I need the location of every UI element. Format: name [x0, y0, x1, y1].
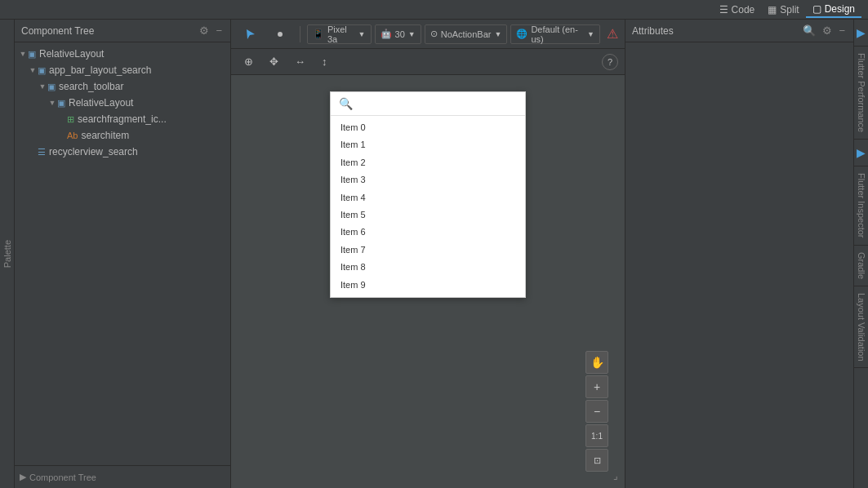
- tree-label: app_bar_layout_search: [49, 64, 151, 76]
- chevron-down-icon-4: ▼: [587, 30, 594, 38]
- secondary-toolbar: ⊕ ✥ ↔ ↕ ?: [231, 49, 625, 75]
- device-label: Pixel 3a: [327, 24, 355, 44]
- list-item-0: Item 0: [331, 119, 525, 136]
- zoom-in-btn[interactable]: +: [585, 375, 608, 398]
- tree-item-search-toolbar[interactable]: ▼ ▣ search_toolbar: [15, 78, 230, 95]
- layout-icon: ▣: [28, 49, 36, 60]
- image-icon: ⊞: [67, 114, 74, 125]
- api-icon: 🤖: [381, 29, 392, 39]
- device-selector[interactable]: 📱 Pixel 3a ▼: [307, 24, 372, 44]
- list-item-4: Item 4: [331, 189, 525, 206]
- tree-arrow: ▼: [38, 82, 47, 91]
- palette-label: Palette: [2, 240, 12, 268]
- tree-label: RelativeLayout: [39, 48, 104, 60]
- api-selector[interactable]: 🤖 30 ▼: [375, 24, 421, 44]
- gradle-item[interactable]: Gradle: [854, 246, 868, 286]
- split-label: Split: [780, 4, 799, 16]
- center-panel: 📱 Pixel 3a ▼ 🤖 30 ▼ ⊙ NoActionBar ▼ 🌐 De…: [231, 20, 625, 488]
- flutter-performance-item[interactable]: Flutter Performance: [854, 47, 868, 140]
- text-icon: Ab: [67, 131, 78, 140]
- pointer-btn[interactable]: [267, 23, 293, 46]
- zoom-fit-btn[interactable]: ⊕: [238, 51, 260, 73]
- tree-arrow: ▼: [28, 65, 38, 75]
- list-item-6: Item 6: [331, 224, 525, 241]
- design-button[interactable]: ▢ Design: [806, 2, 861, 18]
- split-icon: ▦: [768, 4, 777, 16]
- tree-item-relative-layout-inner[interactable]: ▼ ▣ RelativeLayout: [15, 95, 230, 111]
- list-item-2: Item 2: [331, 154, 525, 171]
- component-tree-actions: ⚙ −: [198, 23, 224, 38]
- zoom-1-1-btn[interactable]: 1:1: [585, 424, 608, 447]
- chevron-down-icon-2: ▼: [408, 30, 416, 38]
- locale-selector[interactable]: 🌐 Default (en-us) ▼: [510, 24, 600, 44]
- list-item-5: Item 5: [331, 206, 525, 224]
- layout-icon: ▣: [57, 98, 65, 109]
- tree-content: ▼ ▣ RelativeLayout ▼ ▣ app_bar_layout_se…: [15, 42, 230, 465]
- flutter-inspector-arrow[interactable]: ▶: [854, 140, 868, 166]
- code-icon: ☰: [719, 4, 728, 16]
- help-btn[interactable]: ?: [602, 54, 618, 70]
- canvas-area: 🔍 Item 0 Item 1 Item 2 Item 3 Item 4 Ite…: [231, 75, 625, 488]
- attributes-minimize-btn[interactable]: −: [837, 23, 847, 38]
- tree-item-searchitem[interactable]: ▼ Ab searchitem: [15, 127, 230, 144]
- hand-tool-btn[interactable]: ✋: [585, 351, 608, 374]
- tree-item-searchfragment-ic[interactable]: ▼ ⊞ searchfragment_ic...: [15, 111, 230, 127]
- phone-icon: 📱: [313, 29, 324, 39]
- chevron-down-icon-3: ▼: [494, 30, 501, 38]
- top-bar: ☰ Code ▦ Split ▢ Design: [0, 0, 868, 20]
- locale-icon: 🌐: [516, 29, 527, 39]
- main-toolbar: 📱 Pixel 3a ▼ 🤖 30 ▼ ⊙ NoActionBar ▼ 🌐 De…: [231, 20, 625, 49]
- phone-searchbar: 🔍: [331, 92, 525, 116]
- list-item-3: Item 3: [331, 171, 525, 189]
- settings-icon-btn[interactable]: ⚙: [198, 23, 211, 38]
- chevron-down-icon: ▼: [358, 30, 366, 38]
- list-item-1: Item 1: [331, 136, 525, 153]
- search-icon: 🔍: [339, 97, 353, 110]
- design-label: Design: [825, 3, 855, 15]
- flutter-inspector-item[interactable]: Flutter Inspector: [854, 166, 868, 245]
- theme-selector[interactable]: ⊙ NoActionBar ▼: [425, 24, 508, 44]
- main-layout: Palette Component Tree ⚙ − ▼ ▣ RelativeL…: [0, 20, 868, 488]
- attributes-settings-btn[interactable]: ⚙: [821, 23, 834, 38]
- toolbar-sep-1: [300, 26, 300, 42]
- pan-btn[interactable]: ✥: [263, 51, 285, 73]
- layout-icon: ▣: [47, 82, 56, 92]
- api-label: 30: [395, 29, 405, 39]
- list-item-9: Item 9: [331, 277, 525, 294]
- phone-list: Item 0 Item 1 Item 2 Item 3 Item 4 Item …: [331, 116, 525, 297]
- attributes-panel: Attributes 🔍 ⚙ −: [625, 20, 853, 488]
- tree-item-app-bar-layout[interactable]: ▼ ▣ app_bar_layout_search: [15, 62, 230, 78]
- tree-label: search_toolbar: [59, 81, 123, 92]
- locale-label: Default (en-us): [531, 24, 584, 44]
- width-btn[interactable]: ↔: [288, 51, 312, 73]
- error-icon: ⚠: [607, 26, 618, 42]
- select-mode-btn[interactable]: [238, 23, 264, 46]
- component-tree-tab-label: Component Tree: [29, 472, 96, 482]
- attributes-search-btn[interactable]: 🔍: [801, 23, 817, 38]
- code-button[interactable]: ☰ Code: [713, 2, 762, 17]
- attributes-header: Attributes 🔍 ⚙ −: [625, 20, 853, 42]
- layout-validation-item[interactable]: Layout Validation: [854, 286, 868, 369]
- resize-handle[interactable]: ⌟: [613, 470, 618, 481]
- component-tree-tab[interactable]: ▶ Component Tree: [15, 465, 230, 488]
- height-btn[interactable]: ↕: [315, 51, 334, 73]
- flutter-performance-arrow[interactable]: ▶: [854, 20, 868, 47]
- tree-label: recyclerview_search: [49, 146, 138, 157]
- zoom-out-btn[interactable]: −: [585, 400, 608, 423]
- minimize-icon-btn[interactable]: −: [214, 23, 224, 38]
- component-tree-header: Component Tree ⚙ −: [15, 20, 230, 42]
- canvas-tools: ✋ + − 1:1 ⊡: [585, 351, 608, 472]
- design-icon: ▢: [812, 3, 821, 15]
- tree-item-relative-layout-root[interactable]: ▼ ▣ RelativeLayout: [15, 46, 230, 62]
- attributes-actions: 🔍 ⚙ −: [801, 23, 847, 38]
- palette-strip[interactable]: Palette: [0, 20, 15, 488]
- list-item-7: Item 7: [331, 242, 525, 259]
- split-button[interactable]: ▦ Split: [761, 2, 805, 17]
- code-label: Code: [732, 4, 755, 16]
- zoom-fit-canvas-btn[interactable]: ⊡: [585, 449, 608, 472]
- tree-item-recyclerview-search[interactable]: ▼ ☰ recyclerview_search: [15, 144, 230, 160]
- layout-icon: ▣: [38, 65, 46, 76]
- recycler-icon: ☰: [38, 147, 46, 157]
- theme-icon: ⊙: [430, 29, 438, 39]
- tree-arrow: ▼: [47, 98, 57, 108]
